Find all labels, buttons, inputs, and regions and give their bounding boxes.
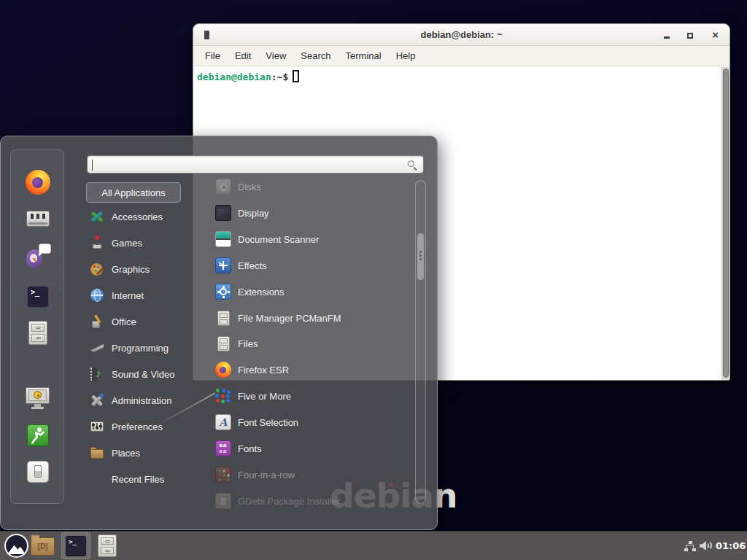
- icon-part: [95, 236, 99, 240]
- debian-desktop: debian debian@debian: ~ × File Edit View…: [0, 0, 747, 560]
- category-recent-files[interactable]: Recent Files: [82, 468, 202, 490]
- category-label: Accessories: [112, 211, 163, 222]
- grip-dots-icon: [419, 251, 422, 253]
- category-administration[interactable]: Administration: [82, 389, 202, 411]
- lock-screen-button[interactable]: [25, 386, 51, 412]
- app-item-extensions[interactable]: Extensions: [206, 279, 412, 305]
- category-internet[interactable]: Internet: [82, 284, 202, 306]
- menu-search[interactable]: Search: [293, 48, 338, 63]
- pidgin-favorite-button[interactable]: [25, 244, 51, 270]
- icon-part: [96, 427, 98, 429]
- category-graphics[interactable]: Graphics: [82, 258, 202, 280]
- folder-launcher[interactable]: [D]: [31, 537, 55, 556]
- font-selection-icon: A: [215, 414, 231, 430]
- category-label: Sound & Video: [112, 369, 175, 380]
- maximize-icon[interactable]: [687, 33, 693, 39]
- firefox-icon: [26, 170, 50, 195]
- search-input[interactable]: [92, 158, 406, 171]
- fonts-icon: aa aa: [215, 440, 231, 456]
- running-figure: [28, 425, 48, 446]
- applications-menu-button[interactable]: [4, 534, 28, 558]
- app-item-pcmanfm[interactable]: File Manager PCManFM: [206, 305, 412, 331]
- close-icon[interactable]: ×: [712, 27, 719, 43]
- app-item-four-in-a-row[interactable]: Four-in-a-row: [206, 462, 412, 488]
- icon-part: [216, 238, 231, 240]
- icon-part: [31, 534, 40, 538]
- category-label: Programming: [112, 343, 169, 354]
- category-accessories[interactable]: Accessories: [82, 206, 202, 228]
- menu-view[interactable]: View: [258, 48, 293, 63]
- icon-part: [216, 389, 220, 392]
- menu-terminal[interactable]: Terminal: [338, 48, 389, 63]
- programming-icon: [90, 341, 104, 355]
- taskbar-clock[interactable]: 01:06: [716, 540, 746, 551]
- menu-logo-icon: [7, 542, 26, 554]
- app-item-fonts[interactable]: aa aa Fonts: [206, 435, 412, 462]
- minimize-icon[interactable]: [664, 36, 670, 39]
- internet-globe-icon: [90, 288, 104, 303]
- icon-part: [692, 548, 696, 551]
- category-preferences[interactable]: Preferences: [82, 416, 202, 438]
- icon-part: [99, 425, 102, 427]
- menu-edit[interactable]: Edit: [228, 48, 258, 63]
- network-icon[interactable]: [684, 541, 696, 551]
- disks-icon: [215, 179, 231, 195]
- category-label: Internet: [112, 290, 144, 301]
- app-item-files[interactable]: Files: [206, 330, 412, 357]
- search-icon: [407, 160, 417, 170]
- icon-part: aa: [216, 448, 231, 454]
- app-item-document-scanner[interactable]: Document Scanner: [206, 226, 412, 252]
- icon-part: [222, 296, 225, 298]
- category-label: Office: [112, 316, 136, 327]
- terminal-titlebar[interactable]: debian@debian: ~ ×: [193, 24, 729, 46]
- preferences-icon: [90, 419, 104, 434]
- category-programming[interactable]: Programming: [82, 337, 202, 359]
- app-item-effects[interactable]: Effects: [206, 252, 412, 279]
- icon-part: [217, 291, 220, 293]
- app-item-firefox-esr[interactable]: Firefox ESR: [206, 357, 412, 383]
- icon-part: [220, 345, 228, 350]
- graphics-icon: [90, 262, 104, 276]
- menu-scrollbar-thumb[interactable]: [417, 233, 424, 280]
- terminal-menubar: File Edit View Search Terminal Help: [193, 46, 729, 66]
- shutdown-button[interactable]: [25, 459, 51, 485]
- icon-part: [39, 244, 51, 254]
- office-icon: [90, 314, 104, 329]
- control-center-favorite-button[interactable]: [25, 206, 51, 232]
- category-games[interactable]: Games: [82, 232, 202, 254]
- app-item-display[interactable]: Display: [206, 200, 412, 226]
- app-item-font-selection[interactable]: A Font Selection: [206, 409, 412, 435]
- app-label: Font Selection: [238, 417, 298, 428]
- menu-scrollbar[interactable]: [415, 180, 426, 504]
- terminal-favorite-button[interactable]: >_: [25, 284, 51, 310]
- terminal-task-button[interactable]: >_: [61, 532, 90, 559]
- category-office[interactable]: Office: [82, 311, 202, 332]
- music-note-glyph: ♪: [96, 367, 101, 379]
- menu-help[interactable]: Help: [389, 48, 423, 63]
- terminal-scrollbar[interactable]: [721, 67, 729, 380]
- logout-button[interactable]: [25, 422, 51, 448]
- file-cabinet-icon: [28, 321, 47, 345]
- all-applications-button[interactable]: All Applications: [86, 182, 181, 203]
- category-sound-video[interactable]: ♪ Sound & Video: [82, 363, 202, 385]
- firefox-favorite-button[interactable]: [25, 169, 51, 195]
- file-manager-favorite-button[interactable]: [25, 320, 51, 346]
- app-item-gdebi[interactable]: GDebi Package Installer: [206, 488, 412, 514]
- category-places[interactable]: Places: [82, 442, 202, 464]
- icon-part: [31, 407, 44, 409]
- app-item-disks[interactable]: Disks: [206, 174, 412, 200]
- document-scanner-icon: [215, 231, 231, 247]
- app-label: GDebi Package Installer: [238, 496, 340, 507]
- file-cabinet-icon: [217, 336, 230, 351]
- app-item-five-or-more[interactable]: Five or More: [206, 383, 412, 409]
- icon-part: [92, 424, 95, 426]
- icon-part: [408, 160, 414, 167]
- volume-icon[interactable]: [700, 540, 713, 552]
- icon-part: [98, 393, 104, 398]
- icon-part: [220, 367, 226, 373]
- icon-part: [702, 540, 712, 551]
- file-manager-launcher[interactable]: [98, 534, 117, 557]
- shell-prompt: debian@debian:~$: [197, 70, 299, 82]
- terminal-scrollbar-thumb[interactable]: [723, 69, 729, 378]
- menu-file[interactable]: File: [198, 48, 228, 63]
